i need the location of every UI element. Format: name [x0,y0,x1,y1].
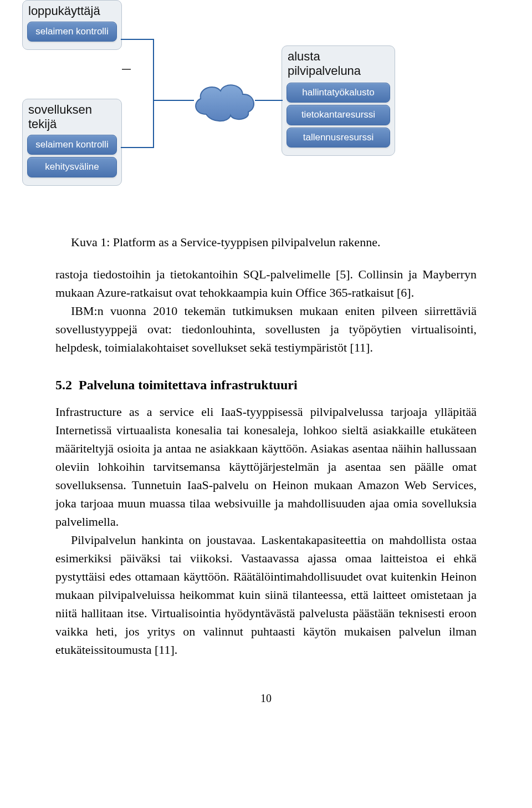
connector [121,39,154,40]
chip-database-resource: tietokantaresurssi [287,105,390,125]
cloud-icon [188,78,260,125]
group-end-user: loppukäyttäjä selaimen kontrolli [22,0,122,50]
group-title: loppukäyttäjä [28,4,117,18]
paragraph: rastoja tiedostoihin ja tietokantoihin S… [55,265,477,302]
section-heading: 5.2 Palveluna toimitettava infrastruktuu… [55,378,477,393]
architecture-diagram: loppukäyttäjä selaimen kontrolli sovellu… [22,0,421,216]
paragraph: IBM:n vuonna 2010 tekemän tutkimuksen mu… [55,302,477,357]
body-text: rastoja tiedostoihin ja tietokantoihin S… [55,265,477,357]
paragraph: Infrastructure as a service eli IaaS-tyy… [55,403,477,531]
group-title: sovelluksen tekijä [28,103,117,131]
connector [153,100,194,101]
chip-management-tools: hallintatyökalusto [287,83,390,103]
body-text: Infrastructure as a service eli IaaS-tyy… [55,403,477,659]
section-title: Palveluna toimitettava infrastruktuuri [79,378,298,392]
group-platform-cloud: alusta pilvipalveluna hallintatyökalusto… [282,45,395,156]
chip-browser-control: selaimen kontrolli [27,22,117,42]
connector [121,147,154,148]
group-title: alusta pilvipalveluna [288,49,390,78]
chip-dev-tool: kehitysväline [27,157,117,177]
paragraph: Pilvipalvelun hankinta on joustavaa. Las… [55,531,477,659]
chip-storage-resource: tallennusresurssi [287,128,390,148]
group-app-developer: sovelluksen tekijä selaimen kontrolli ke… [22,99,122,186]
chip-browser-control: selaimen kontrolli [27,135,117,155]
connector-stub [122,69,131,70]
section-number: 5.2 [55,378,72,392]
connector [153,39,154,148]
page-number: 10 [55,692,477,705]
figure-caption: Kuva 1: Platform as a Service-tyyppisen … [55,235,477,250]
